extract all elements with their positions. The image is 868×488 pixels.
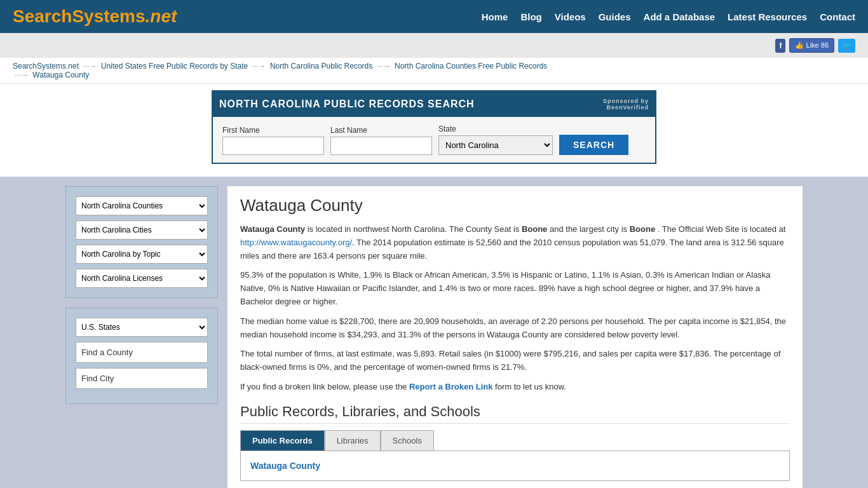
nav-videos[interactable]: Videos xyxy=(555,11,586,22)
state-label: State xyxy=(438,125,553,133)
tab-content-area: Watauga County xyxy=(240,451,790,481)
state-select[interactable]: North Carolina Alabama Alaska California xyxy=(438,135,553,155)
nav-home[interactable]: Home xyxy=(482,11,508,22)
sidebar-section-us: U.S. States Find a County Find City xyxy=(65,308,218,404)
nav-latest-resources[interactable]: Latest Resources xyxy=(728,11,807,22)
paragraph-3: The median home value is $228,700, there… xyxy=(240,315,790,342)
first-name-field: First Name xyxy=(222,126,324,155)
find-county-button[interactable]: Find a County xyxy=(76,342,208,363)
tab-schools[interactable]: Schools xyxy=(381,430,434,451)
twitter-icon[interactable]: 🐦 xyxy=(838,39,855,53)
nav-guides[interactable]: Guides xyxy=(599,11,631,22)
boone-bold-1: Boone xyxy=(522,224,547,234)
us-states-dropdown[interactable]: U.S. States xyxy=(76,318,208,337)
breadcrumb-state[interactable]: United States Free Public Records by Sta… xyxy=(101,62,248,71)
report-link-bold: Report a Broken Link xyxy=(409,382,492,391)
search-title: NORTH CAROLINA PUBLIC RECORDS SEARCH xyxy=(219,98,475,110)
nav-blog[interactable]: Blog xyxy=(520,11,541,22)
last-name-field: Last Name xyxy=(330,126,432,155)
main-nav: Home Blog Videos Guides Add a Database L… xyxy=(482,11,855,22)
breadcrumb-nc-counties[interactable]: North Carolina Counties Free Public Reco… xyxy=(395,62,547,71)
nc-topic-dropdown[interactable]: North Carolina by Topic xyxy=(76,245,208,264)
page-title: Watauga County xyxy=(240,196,790,215)
tab-public-records[interactable]: Public Records xyxy=(240,430,325,451)
breadcrumb-arrow: ···→ xyxy=(252,62,268,71)
tabs-bar: Public Records Libraries Schools xyxy=(240,430,790,451)
breadcrumb-nc[interactable]: North Carolina Public Records xyxy=(270,62,372,71)
paragraph-5: If you find a broken link below, please … xyxy=(240,381,790,394)
sidebar: North Carolina Counties North Carolina C… xyxy=(65,186,218,488)
paragraph-4: The total number of firms, at last estim… xyxy=(240,348,790,374)
nc-licenses-dropdown[interactable]: North Carolina Licenses xyxy=(76,269,208,288)
search-box-body: First Name Last Name State North Carolin… xyxy=(213,117,655,163)
nc-cities-dropdown[interactable]: North Carolina Cities xyxy=(76,220,208,240)
report-broken-link[interactable]: Report a Broken Link xyxy=(409,382,492,391)
paragraph-1: Watauga County is located in northwest N… xyxy=(240,223,790,262)
first-name-label: First Name xyxy=(222,126,324,135)
tab-libraries[interactable]: Libraries xyxy=(325,430,381,451)
breadcrumb: SearchSystems.net ···→ United States Fre… xyxy=(0,58,868,84)
breadcrumb-arrow: ···→ xyxy=(15,71,31,79)
nav-contact[interactable]: Contact xyxy=(820,11,855,22)
search-button[interactable]: SEARCH xyxy=(559,135,628,155)
sidebar-section-nc: North Carolina Counties North Carolina C… xyxy=(65,186,218,298)
facebook-icon[interactable]: f xyxy=(775,39,785,53)
social-bar: f 👍 Like 86 🐦 xyxy=(0,33,868,58)
boone-bold-2: Boone xyxy=(630,224,655,234)
main-content: North Carolina Counties North Carolina C… xyxy=(53,177,815,488)
watauga-county-link[interactable]: Watauga County xyxy=(250,461,320,471)
site-header: SearchSystems.net Home Blog Videos Guide… xyxy=(0,0,868,33)
nav-add-database[interactable]: Add a Database xyxy=(644,11,715,22)
nc-counties-dropdown[interactable]: North Carolina Counties xyxy=(76,196,208,215)
county-name-bold: Watauga County xyxy=(240,224,305,234)
section-title: Public Records, Libraries, and Schools xyxy=(240,403,790,424)
sponsored-label: Sponsored byBeenVerified xyxy=(603,98,649,111)
search-box-header: NORTH CAROLINA PUBLIC RECORDS SEARCH Spo… xyxy=(213,92,655,117)
like-button[interactable]: 👍 Like 86 xyxy=(789,38,834,53)
last-name-input[interactable] xyxy=(330,137,432,155)
logo-net: .net xyxy=(146,6,177,26)
last-name-label: Last Name xyxy=(330,126,432,135)
search-box: NORTH CAROLINA PUBLIC RECORDS SEARCH Spo… xyxy=(212,90,656,164)
first-name-input[interactable] xyxy=(222,137,324,155)
website-link[interactable]: http://www.wataugacounty.org/ xyxy=(240,238,352,247)
state-field: State North Carolina Alabama Alaska Cali… xyxy=(438,125,553,155)
logo-text: SearchSystems xyxy=(13,6,146,26)
paragraph-2: 95.3% of the population is White, 1.9% i… xyxy=(240,269,790,308)
breadcrumb-watauga[interactable]: Watauga County xyxy=(32,71,89,79)
breadcrumb-arrow: ···→ xyxy=(83,62,98,71)
content-area: Watauga County Watauga County is located… xyxy=(227,186,803,488)
search-banner: NORTH CAROLINA PUBLIC RECORDS SEARCH Spo… xyxy=(0,84,868,177)
breadcrumb-home[interactable]: SearchSystems.net xyxy=(13,62,79,71)
site-logo[interactable]: SearchSystems.net xyxy=(13,6,177,27)
breadcrumb-arrow: ···→ xyxy=(377,62,393,71)
find-city-button[interactable]: Find City xyxy=(76,368,208,389)
